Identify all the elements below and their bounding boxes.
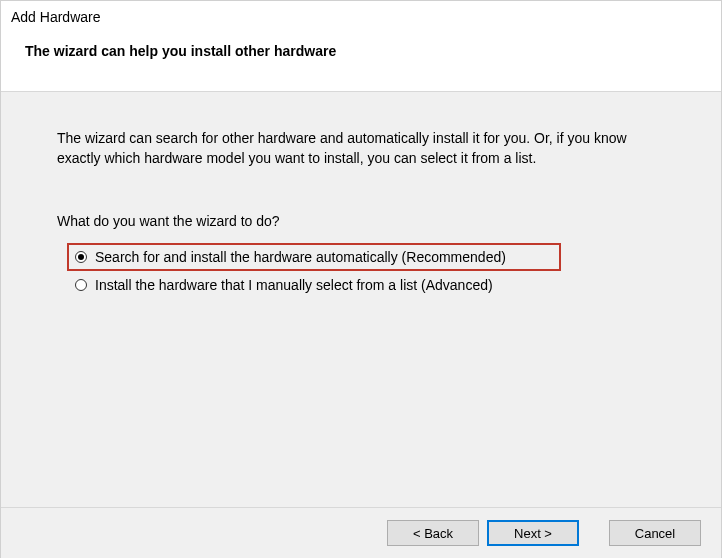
cancel-button[interactable]: Cancel xyxy=(609,520,701,546)
back-button[interactable]: < Back xyxy=(387,520,479,546)
wizard-footer: < Back Next > Cancel xyxy=(1,507,721,558)
radio-search-automatically[interactable] xyxy=(75,251,87,263)
button-gap xyxy=(587,520,601,546)
radio-manual-select[interactable] xyxy=(75,279,87,291)
next-button[interactable]: Next > xyxy=(487,520,579,546)
wizard-header: Add Hardware The wizard can help you ins… xyxy=(1,1,721,91)
option-search-automatically[interactable]: Search for and install the hardware auto… xyxy=(67,243,561,271)
option-label: Install the hardware that I manually sel… xyxy=(95,277,493,293)
wizard-subtitle: The wizard can help you install other ha… xyxy=(11,43,711,91)
wizard-content: The wizard can search for other hardware… xyxy=(1,92,721,507)
option-label: Search for and install the hardware auto… xyxy=(95,249,506,265)
intro-text: The wizard can search for other hardware… xyxy=(57,128,669,169)
option-manual-select[interactable]: Install the hardware that I manually sel… xyxy=(69,271,669,299)
prompt-text: What do you want the wizard to do? xyxy=(57,213,669,229)
window-title: Add Hardware xyxy=(11,9,711,43)
add-hardware-wizard-window: Add Hardware The wizard can help you ins… xyxy=(0,0,722,558)
